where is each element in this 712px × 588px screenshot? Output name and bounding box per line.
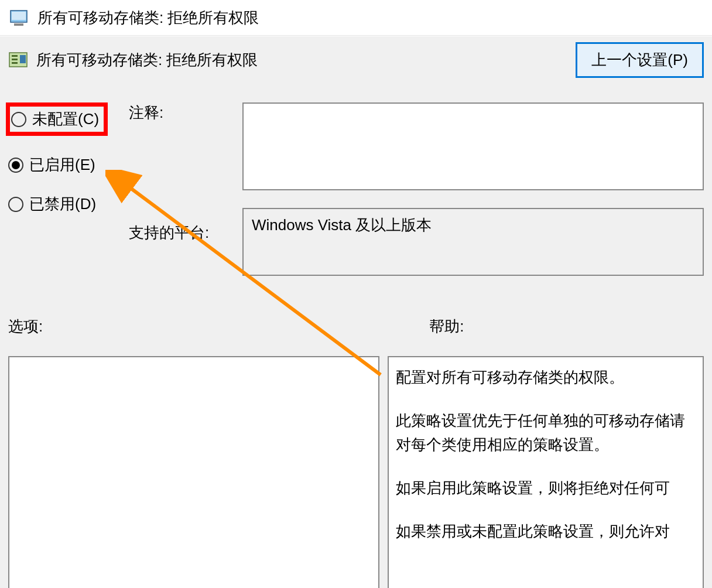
platform-label: 支持的平台: [129,223,242,243]
policy-icon [8,7,29,28]
radio-label: 未配置(C) [32,109,99,129]
tab-bar: 所有可移动存储类: 拒绝所有权限 上一个设置(P) [0,36,712,86]
help-label: 帮助: [429,316,464,337]
highlight-annotation: 未配置(C) [6,102,108,136]
svg-rect-6 [12,62,18,64]
radio-disabled[interactable]: 已禁用(D) [8,194,125,214]
radio-icon [8,158,23,173]
radio-not-configured[interactable]: 未配置(C) [8,102,125,136]
svg-rect-5 [12,59,18,60]
svg-rect-2 [14,23,23,26]
radio-label: 已禁用(D) [29,194,96,214]
help-paragraph: 如果启用此策略设置，则将拒绝对任何可 [396,476,696,500]
options-pane [8,356,379,588]
radio-icon [8,197,23,212]
title-bar: 所有可移动存储类: 拒绝所有权限 [0,0,712,36]
radio-enabled[interactable]: 已启用(E) [8,155,125,175]
window-title: 所有可移动存储类: 拒绝所有权限 [37,8,259,28]
radio-group: 未配置(C) 已启用(E) 已禁用(D) [8,92,125,276]
help-paragraph: 配置对所有可移动存储类的权限。 [396,365,696,389]
options-label: 选项: [8,316,43,337]
main-area: 未配置(C) 已启用(E) 已禁用(D) 注释: 支持的平台: Windows … [0,86,712,276]
content-panes: 配置对所有可移动存储类的权限。 此策略设置优先于任何单独的可移动存储请对每个类使… [0,356,712,588]
fields-column: Windows Vista 及以上版本 [242,92,704,276]
radio-dot-icon [12,161,20,169]
svg-rect-4 [12,55,18,57]
svg-rect-7 [20,55,26,63]
policy-name: 所有可移动存储类: 拒绝所有权限 [36,50,576,70]
note-textarea[interactable] [242,102,704,190]
labels-column: 注释: 支持的平台: [125,92,242,276]
help-paragraph: 如果禁用或未配置此策略设置，则允许对 [396,519,696,543]
radio-icon [11,112,26,127]
help-paragraph: 此策略设置优先于任何单独的可移动存储请对每个类使用相应的策略设置。 [396,409,696,456]
previous-setting-button[interactable]: 上一个设置(P) [576,42,704,78]
radio-label: 已启用(E) [29,155,95,175]
svg-rect-1 [12,12,26,20]
section-labels: 选项: 帮助: [0,316,712,337]
note-label: 注释: [129,102,242,123]
help-pane: 配置对所有可移动存储类的权限。 此策略设置优先于任何单独的可移动存储请对每个类使… [388,356,704,588]
tab-policy-icon [8,50,28,70]
supported-platform-box: Windows Vista 及以上版本 [242,208,704,276]
